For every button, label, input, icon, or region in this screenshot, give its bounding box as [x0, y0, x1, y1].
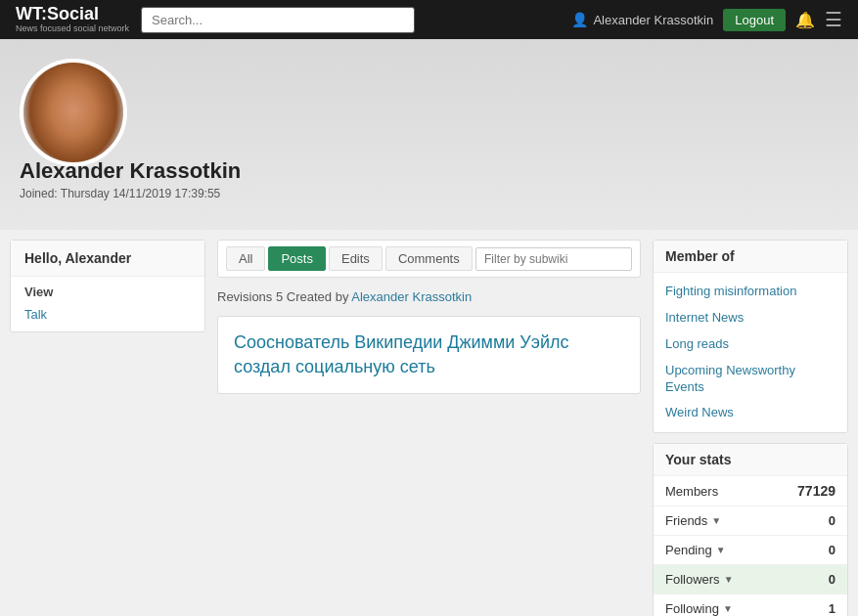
- stats-row-members: Members 77129: [654, 476, 847, 506]
- username-label: Alexander Krassotkin: [593, 13, 713, 27]
- content-area: All Posts Edits Comments Revisions 5 Cre…: [217, 240, 641, 616]
- stats-row-following: Following ▼ 1: [654, 594, 847, 616]
- header-username: 👤 Alexander Krassotkin: [571, 12, 713, 27]
- post-title[interactable]: Сооснователь Википедии Джимми Уэйлс созд…: [234, 330, 624, 379]
- logo: WT:Social News focused social network: [16, 5, 129, 34]
- revisions-prefix: Revisions 5 Created by: [217, 289, 348, 304]
- header: WT:Social News focused social network 👤 …: [0, 0, 858, 39]
- tab-posts[interactable]: Posts: [268, 246, 326, 271]
- tab-edits[interactable]: Edits: [329, 246, 383, 271]
- stats-row-followers: Followers ▼ 0: [654, 565, 847, 594]
- profile-name: Alexander Krassotkin: [20, 158, 241, 184]
- avatar-image: [23, 63, 123, 162]
- sidebar-nav: Hello, Alexander View Talk: [10, 240, 205, 332]
- stats-row-friends: Friends ▼ 0: [654, 506, 847, 536]
- stats-label-followers[interactable]: Followers ▼: [665, 572, 734, 587]
- member-item-upcoming-newsworthy[interactable]: Upcoming Newsworthy Events: [654, 358, 847, 401]
- user-icon: 👤: [571, 12, 588, 27]
- profile-name-area: Alexander Krassotkin Joined: Thursday 14…: [20, 158, 241, 200]
- bell-icon[interactable]: 🔔: [795, 11, 815, 29]
- stats-value-members: 77129: [797, 483, 835, 499]
- member-item-weird-news[interactable]: Weird News: [654, 400, 847, 426]
- friends-dropdown-icon: ▼: [711, 515, 721, 526]
- stats-value-followers: 0: [829, 572, 835, 587]
- member-item-long-reads[interactable]: Long reads: [654, 331, 847, 358]
- your-stats-card: Your stats Members 77129 Friends ▼ 0 Pen…: [653, 443, 848, 616]
- tab-comments[interactable]: Comments: [385, 246, 473, 271]
- profile-banner: Alexander Krassotkin Joined: Thursday 14…: [0, 39, 858, 230]
- your-stats-header: Your stats: [654, 444, 847, 476]
- tab-all[interactable]: All: [226, 246, 265, 271]
- member-item-internet-news[interactable]: Internet News: [654, 305, 847, 331]
- header-right: 👤 Alexander Krassotkin Logout 🔔 ☰: [571, 8, 842, 31]
- following-dropdown-icon: ▼: [723, 603, 733, 614]
- main-layout: Hello, Alexander View Talk All Posts Edi…: [0, 230, 858, 616]
- stats-value-following: 1: [829, 601, 835, 616]
- stats-label-following[interactable]: Following ▼: [665, 601, 733, 616]
- stats-label-friends[interactable]: Friends ▼: [665, 513, 721, 528]
- left-sidebar: Hello, Alexander View Talk: [10, 240, 205, 616]
- pending-dropdown-icon: ▼: [716, 545, 726, 555]
- stats-label-pending[interactable]: Pending ▼: [665, 543, 726, 557]
- stats-row-pending: Pending ▼ 0: [654, 536, 847, 565]
- sidebar-view-label: View: [11, 277, 204, 303]
- member-item-fighting-misinformation[interactable]: Fighting misinformation: [654, 279, 847, 305]
- post-card: Сооснователь Википедии Джимми Уэйлс созд…: [217, 316, 641, 394]
- hamburger-icon[interactable]: ☰: [825, 8, 842, 31]
- stats-value-friends: 0: [829, 513, 835, 528]
- revisions-info: Revisions 5 Created by Alexander Krassot…: [217, 286, 641, 308]
- sidebar-hello: Hello, Alexander: [11, 241, 204, 277]
- followers-dropdown-icon: ▼: [724, 574, 734, 585]
- search-input[interactable]: [141, 7, 415, 33]
- sidebar-talk-link[interactable]: Talk: [11, 303, 204, 331]
- logo-title: WT:Social: [16, 5, 129, 24]
- member-of-card: Member of Fighting misinformation Intern…: [653, 240, 848, 433]
- content-tabs-bar: All Posts Edits Comments: [217, 240, 641, 278]
- profile-joined: Joined: Thursday 14/11/2019 17:39:55: [20, 187, 241, 200]
- stats-label-members: Members: [665, 484, 718, 499]
- revisions-author-link[interactable]: Alexander Krassotkin: [351, 289, 472, 304]
- member-of-header: Member of: [654, 241, 847, 273]
- search-container: [141, 7, 415, 33]
- logout-button[interactable]: Logout: [723, 9, 786, 31]
- stats-value-pending: 0: [829, 543, 835, 557]
- avatar: [20, 59, 127, 166]
- logo-subtitle: News focused social network: [16, 24, 129, 34]
- right-sidebar: Member of Fighting misinformation Intern…: [653, 240, 848, 616]
- member-list: Fighting misinformation Internet News Lo…: [654, 273, 847, 432]
- filter-subwiki-input[interactable]: [475, 247, 632, 271]
